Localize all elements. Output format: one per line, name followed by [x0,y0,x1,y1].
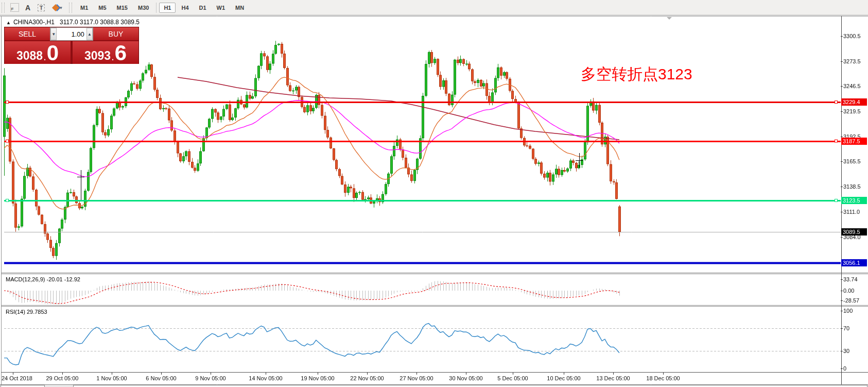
chart-tab-bar [0,385,868,387]
ohlc-readout: 3117.0 3117.0 3088.8 3089.5 [60,19,140,26]
toolbar: F A T ▾ M1M5M15M30H1H4D1W1MN [0,0,868,15]
timeframe-group: M1M5M15M30H1H4D1W1MN [75,3,249,13]
rsi-tick-label: 0 [843,365,846,372]
macd-tick-label: -28.57 [843,297,859,304]
terminal-window: F A T ▾ M1M5M15M30H1H4D1W1MN ▲CHINA300-,… [0,0,868,387]
level-price-tag: 3123.5 [841,197,867,204]
time-tick-label: 27 Nov 05:00 [400,375,433,381]
buy-price-display[interactable]: 3093.6 [73,41,138,64]
shapes-tool-button[interactable]: ▾ [48,2,67,14]
text-box-icon: T [38,4,45,11]
volume-input[interactable] [57,28,86,40]
macd-tick-label: 0.00 [843,288,854,294]
time-tick-label: 10 Dec 05:00 [547,375,580,381]
rsi-tick-label: 70 [843,325,849,331]
timeframe-button-d1[interactable]: D1 [195,3,211,13]
one-click-trading-panel: SELL ▼ ▲ BUY 3088.0 3093.6 [4,27,139,64]
toolbar-separator [156,3,157,13]
timeframe-button-w1[interactable]: W1 [212,3,230,13]
current-price-tag: 3089.5 [841,228,867,235]
text-label-tool-button[interactable]: A [21,2,34,14]
sell-price-display[interactable]: 3088.0 [5,41,71,64]
time-tick-label: 19 Nov 05:00 [301,375,334,381]
time-tick-label: 1 Nov 05:00 [96,375,127,381]
price-tick-label: 3273.5 [843,58,861,64]
chevron-down-icon: ▾ [60,5,62,10]
level-price-tag: 3187.5 [841,138,867,145]
price-tick-label: 3219.5 [843,108,861,114]
timeframe-button-h1[interactable]: H1 [159,3,176,13]
volume-decrease-button[interactable]: ▼ [50,28,57,40]
timeframe-button-m5[interactable]: M5 [94,3,111,13]
price-tick-label: 3111.0 [843,209,860,215]
toolbar-grip[interactable] [69,3,72,13]
level-price-tag: 3229.4 [841,98,867,106]
text-box-tool-button[interactable]: T [34,2,48,14]
price-tick-label: 3138.5 [843,183,861,190]
symbol-period-label: CHINA300-,H1 [13,19,55,26]
time-tick-label: 22 Nov 05:00 [350,375,384,381]
volume-box: ▼ ▲ [50,27,93,41]
sell-button[interactable]: SELL [5,27,50,41]
chart-tab[interactable] [73,385,867,387]
price-tick-label: 3246.5 [843,83,861,89]
price-tick-label: 3165.5 [843,158,861,164]
toolbar-grip[interactable] [2,3,5,13]
time-tick-label: 9 Nov 05:00 [195,375,225,381]
timeframe-button-m30[interactable]: M30 [133,3,153,13]
time-tick-label: 24 Oct 2018 [2,375,32,381]
chart-title: ▲CHINA300-,H13117.0 3117.0 3088.8 3089.5 [6,19,140,26]
timeframe-button-h4[interactable]: H4 [177,3,193,13]
macd-tick-label: 33.74 [843,276,858,282]
collapse-icon[interactable]: ▲ [6,20,11,25]
volume-increase-button[interactable]: ▲ [86,28,93,40]
level-price-tag: 3056.1 [841,259,867,266]
chart-tab[interactable] [1,385,45,387]
timeframe-button-m15[interactable]: M15 [112,3,132,13]
fibonacci-tool-button[interactable]: F [8,2,21,14]
time-tick-label: 14 Nov 05:00 [249,375,282,381]
shapes-icon [52,4,59,11]
price-tick-label: 3300.5 [843,33,861,39]
buy-button[interactable]: BUY [93,27,138,41]
time-tick-label: 30 Nov 05:00 [449,375,482,381]
rsi-indicator-label: RSI(14) 29.7853 [6,309,47,315]
time-tick-label: 5 Dec 05:00 [497,375,528,381]
fibonacci-grid-icon: F [10,3,19,12]
rsi-tick-label: 30 [843,348,849,354]
time-tick-label: 29 Oct 05:00 [46,375,79,381]
chart-annotation-text: 多空转折点3123 [581,64,692,85]
macd-indicator-label: MACD(12,26,9) -20.01 -12.92 [6,276,80,282]
time-tick-label: 6 Nov 05:00 [146,375,176,381]
timeframe-button-mn[interactable]: MN [231,3,249,13]
rsi-tick-label: 100 [843,308,853,314]
time-tick-label: 18 Dec 05:00 [646,375,680,381]
text-label-icon: A [25,4,30,12]
timeframe-button-m1[interactable]: M1 [76,3,93,13]
time-tick-label: 13 Dec 05:00 [596,375,630,381]
